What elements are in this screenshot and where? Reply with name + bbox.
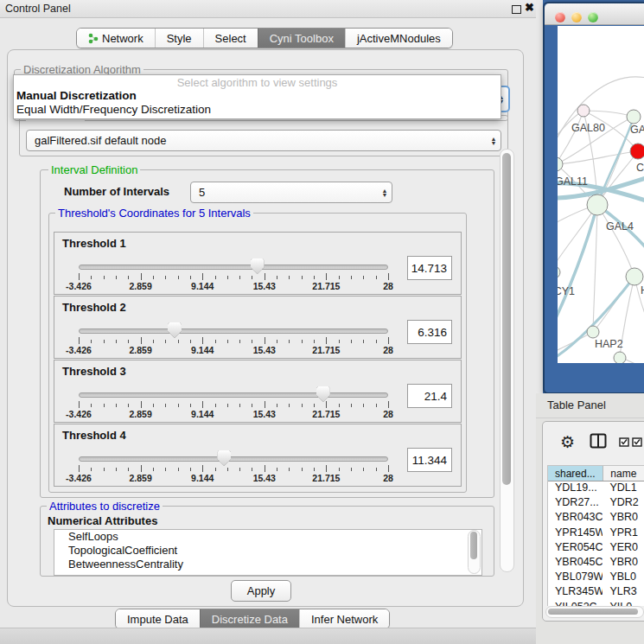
network-node-gal80[interactable] [577, 105, 590, 117]
threshold-value-field[interactable]: 6.316 [407, 320, 452, 344]
tick-label: 15.43 [253, 473, 276, 483]
table-hscrollbar-thumb[interactable] [548, 609, 638, 615]
tick-label: -3.426 [66, 409, 92, 419]
slider-tick-labels: -3.4262.8599.14415.4321.71528 [79, 409, 388, 418]
panel-scrollbar-thumb[interactable] [502, 153, 511, 485]
node-table[interactable]: shared...name YDL19...YDL1YDR27...YDR2YB… [547, 465, 644, 606]
network-node-gal4[interactable] [587, 194, 608, 215]
table-row[interactable]: YBR045CYBR0 [548, 556, 644, 571]
network-node-hap2[interactable] [587, 326, 599, 338]
tick-mark [239, 276, 240, 279]
slider-thumb[interactable] [251, 258, 265, 274]
threshold-slider[interactable]: -3.4262.8599.14415.4321.71528 [73, 258, 393, 292]
threshold-value-field[interactable]: 21.4 [407, 384, 452, 408]
tick-mark [79, 273, 80, 280]
numerical-attributes-label: Numerical Attributes [45, 514, 160, 527]
threshold-value-field[interactable]: 11.344 [407, 448, 452, 472]
table-data-combobox[interactable]: galFiltered.sif default node ▲▼ [26, 130, 501, 151]
table-row[interactable]: YDL19...YDL1 [548, 481, 644, 496]
tick-mark [314, 276, 315, 279]
attributes-scrollbar[interactable] [468, 530, 481, 574]
table-panel-title: Table Panel [547, 399, 606, 411]
gear-icon[interactable]: ⚙ [560, 432, 575, 452]
slider-thumb-shape [316, 386, 330, 402]
zoom-traffic-light-icon[interactable] [588, 12, 598, 22]
tick-mark [302, 404, 303, 407]
threshold-slider[interactable]: -3.4262.8599.14415.4321.71528 [73, 386, 393, 420]
numerical-attributes-list[interactable]: SelfLoopsTopologicalCoefficientBetweenne… [54, 529, 482, 576]
tick-mark [104, 276, 105, 279]
node-label: GAL4 [606, 220, 634, 233]
network-edge[interactable] [593, 205, 597, 332]
attribute-item-selfloops[interactable]: SelfLoops [54, 530, 481, 544]
tab-jactivemnodules[interactable]: jActiveMNodules [345, 29, 452, 48]
tab-discretize-data[interactable]: Discretize Data [200, 609, 299, 628]
slider-thumb-shape [168, 322, 182, 338]
attribute-item-topologicalcoefficient[interactable]: TopologicalCoefficient [54, 544, 481, 558]
panel-scrollbar[interactable] [500, 149, 514, 572]
tick-mark [289, 340, 290, 343]
tick-mark [302, 340, 303, 343]
table-row[interactable]: YBR043CYBR0 [548, 511, 644, 526]
tick-mark [165, 468, 166, 471]
table-row[interactable]: YLR345WYLR3 [548, 585, 644, 600]
node-label: GCY1 [558, 285, 575, 297]
float-window-icon[interactable] [512, 5, 521, 14]
table-row[interactable]: YER054CYER0 [548, 541, 644, 556]
table-row[interactable]: YPR145WYPR1 [548, 526, 644, 541]
table-hscrollbar[interactable] [545, 606, 644, 618]
network-node-gcy1[interactable] [558, 266, 560, 278]
table-row[interactable]: YDR27...YDR2 [548, 496, 644, 511]
tick-mark [376, 468, 377, 471]
minimize-traffic-light-icon[interactable] [571, 12, 582, 22]
threshold-slider[interactable]: -3.4262.8599.14415.4321.71528 [73, 322, 393, 356]
control-panel-tabs: NetworkStyleSelectCyni ToolboxjActiveMNo… [76, 28, 453, 48]
tab-select[interactable]: Select [203, 29, 258, 48]
slider-thumb[interactable] [217, 450, 231, 466]
slider-thumb[interactable] [168, 322, 182, 338]
popup-option-manual-discretization[interactable]: Manual Discretization [14, 89, 501, 103]
tab-infer-network[interactable]: Infer Network [299, 609, 389, 628]
tab-network[interactable]: Network [77, 29, 155, 48]
close-icon[interactable]: ✖ [525, 1, 534, 14]
checkbox-icon[interactable] [619, 437, 629, 447]
threshold-label: Threshold 3 [62, 365, 126, 378]
close-traffic-light-icon[interactable] [555, 12, 565, 22]
table-cell: YLR3 [603, 585, 644, 600]
number-of-intervals-combobox[interactable]: 5 ▲▼ [190, 182, 392, 203]
tick-mark [128, 404, 129, 407]
tab-style[interactable]: Style [155, 29, 203, 48]
tick-mark [104, 404, 105, 407]
tick-mark [227, 404, 228, 407]
threshold-slider[interactable]: -3.4262.8599.14415.4321.71528 [73, 450, 393, 484]
tick-label: 9.144 [191, 281, 214, 291]
table-row[interactable]: YBL079WYBL0 [548, 571, 644, 585]
column-header-shared-[interactable]: shared... [548, 466, 603, 481]
network-node-ga[interactable] [627, 110, 641, 124]
threshold-value-field[interactable]: 14.713 [407, 256, 452, 280]
tick-mark [128, 276, 129, 279]
attributes-group-title: Attributes to discretize [47, 501, 163, 512]
network-node[interactable] [614, 352, 626, 363]
network-window-titlebar[interactable] [545, 3, 644, 25]
network-edge[interactable] [558, 151, 638, 164]
network-node-c[interactable] [630, 143, 644, 159]
apply-button[interactable]: Apply [231, 580, 291, 602]
stepper-arrows-icon: ▲▼ [487, 137, 501, 145]
network-node-h[interactable] [626, 268, 643, 285]
tick-mark [215, 276, 216, 279]
tick-mark [141, 337, 142, 344]
tab-impute-data[interactable]: Impute Data [116, 609, 200, 628]
tab-cyni-toolbox[interactable]: Cyni Toolbox [258, 29, 345, 48]
checkbox-icon[interactable] [632, 437, 642, 447]
popup-option-equal-width-frequency-discretization[interactable]: Equal Width/Frequency Discretization [14, 103, 501, 117]
attributes-scrollbar-thumb[interactable] [470, 532, 477, 559]
column-header-name[interactable]: name [603, 466, 644, 481]
tick-mark [277, 468, 277, 471]
split-columns-icon[interactable] [590, 433, 607, 449]
attribute-item-betweennesscentrality[interactable]: BetweennessCentrality [54, 558, 481, 571]
network-edge[interactable] [583, 111, 634, 117]
slider-thumb[interactable] [316, 386, 330, 402]
network-canvas[interactable]: GAL80GACGAL11GAL4GCY1HHAP2 [558, 26, 644, 363]
network-edge[interactable] [597, 205, 634, 277]
